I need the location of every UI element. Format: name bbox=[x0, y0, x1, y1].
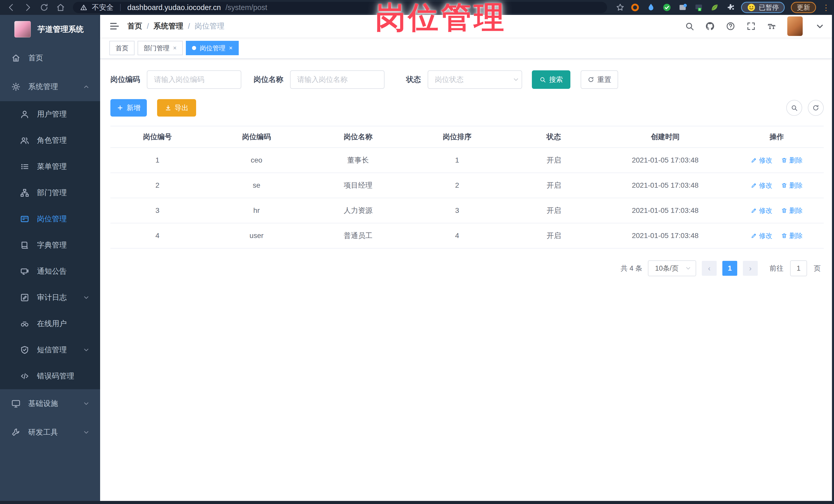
page-tab[interactable]: 部门管理 × bbox=[137, 41, 183, 55]
extension-screen-icon[interactable] bbox=[694, 3, 703, 12]
sidebar-menu-item[interactable]: 错误码管理 bbox=[0, 363, 100, 389]
question-icon[interactable] bbox=[726, 21, 736, 31]
breadcrumb: 首页 / 系统管理 / 岗位管理 bbox=[127, 21, 224, 31]
extension-orange-ring-icon[interactable] bbox=[631, 3, 639, 12]
fullscreen-icon[interactable] bbox=[746, 21, 756, 31]
edit-link[interactable]: 修改 bbox=[751, 231, 772, 240]
cell-post-no: 1 bbox=[110, 156, 204, 164]
sidebar-menu-item[interactable]: 部门管理 bbox=[0, 180, 100, 206]
delete-link[interactable]: 删除 bbox=[781, 231, 803, 240]
browser-chrome: 不安全 dashboard.yudao.iocoder.cn/system/po… bbox=[0, 0, 834, 15]
bookmark-star-icon[interactable] bbox=[616, 3, 624, 12]
sidebar-menu-item[interactable]: 角色管理 bbox=[0, 127, 100, 154]
reset-button[interactable]: 重置 bbox=[580, 70, 618, 89]
table-toolbar: 新增 导出 bbox=[110, 99, 824, 116]
sidebar-item-label: 错误码管理 bbox=[37, 371, 74, 381]
add-button[interactable]: 新增 bbox=[110, 99, 147, 116]
sidebar-menu-item[interactable]: 菜单管理 bbox=[0, 154, 100, 180]
cell-post-sort: 2 bbox=[408, 181, 507, 190]
forward-arrow-icon[interactable] bbox=[23, 3, 32, 12]
edit-link[interactable]: 修改 bbox=[751, 206, 772, 215]
sidebar-item-label: 岗位管理 bbox=[37, 214, 67, 224]
cell-post-code: user bbox=[204, 232, 309, 240]
window-scrollbar-edge[interactable] bbox=[832, 15, 834, 504]
column-header: 创建时间 bbox=[601, 132, 730, 142]
refresh-table-button[interactable] bbox=[808, 100, 824, 116]
extension-leaf-icon[interactable] bbox=[710, 3, 719, 12]
sidebar-menu-item[interactable]: 基础设施 bbox=[0, 389, 100, 418]
update-button[interactable]: 更新 bbox=[791, 2, 816, 13]
delete-link[interactable]: 删除 bbox=[781, 206, 803, 215]
page-tab[interactable]: 岗位管理 × bbox=[186, 41, 239, 55]
sidebar-menu-item[interactable]: 系统管理 bbox=[0, 72, 100, 101]
sidebar-menu-item[interactable]: 在线用户 bbox=[0, 311, 100, 337]
caret-down-icon[interactable] bbox=[815, 21, 825, 31]
page-tab[interactable]: 首页 × bbox=[109, 41, 134, 55]
table-body: 1 ceo 董事长 1 开启 2021-01-05 17:03:48 修改 bbox=[110, 148, 824, 248]
extension-puzzle-icon[interactable] bbox=[726, 3, 735, 12]
close-icon[interactable]: × bbox=[229, 45, 233, 51]
table-row: 2 se 项目经理 2 开启 2021-01-05 17:03:48 修改 bbox=[110, 173, 824, 198]
window-bottom-edge bbox=[0, 501, 834, 504]
github-icon[interactable] bbox=[705, 21, 715, 31]
app-logo-row[interactable]: 芋道管理系统 bbox=[0, 15, 100, 44]
status-select[interactable] bbox=[427, 70, 522, 89]
column-header: 状态 bbox=[507, 132, 601, 142]
shield-icon bbox=[20, 345, 29, 355]
sidebar: 芋道管理系统 首页 系统管理 用户管理 角色管理 bbox=[0, 15, 100, 504]
pencil-icon bbox=[751, 233, 757, 239]
delete-link[interactable]: 删除 bbox=[781, 181, 803, 190]
tree-icon bbox=[20, 188, 29, 197]
home-icon[interactable] bbox=[56, 3, 65, 12]
sidebar-item-label: 系统管理 bbox=[28, 82, 58, 92]
hamburger-icon[interactable] bbox=[109, 21, 119, 31]
search-button[interactable]: 搜索 bbox=[532, 70, 570, 89]
back-arrow-icon[interactable] bbox=[7, 3, 16, 12]
breadcrumb-item[interactable]: 首页 bbox=[127, 21, 142, 31]
goto-page-input[interactable] bbox=[790, 260, 807, 276]
address-bar[interactable]: 不安全 dashboard.yudao.iocoder.cn/system/po… bbox=[73, 2, 607, 13]
binoculars-icon bbox=[20, 319, 29, 328]
extension-green-check-icon[interactable] bbox=[662, 3, 671, 12]
sidebar-menu-item[interactable]: 字典管理 bbox=[0, 232, 100, 258]
sidebar-menu-item[interactable]: 首页 bbox=[0, 44, 100, 72]
post-table: 岗位编号岗位编码岗位名称岗位排序状态创建时间操作 1 ceo 董事长 1 开启 … bbox=[110, 126, 824, 248]
prev-page-button[interactable]: ‹ bbox=[702, 261, 717, 276]
sidebar-menu-item[interactable]: 短信管理 bbox=[0, 337, 100, 363]
export-button[interactable]: 导出 bbox=[157, 99, 196, 116]
chevron-up-icon bbox=[83, 83, 90, 90]
edit-link[interactable]: 修改 bbox=[751, 156, 772, 165]
post-name-input[interactable] bbox=[290, 70, 385, 89]
next-page-button[interactable]: › bbox=[743, 261, 758, 276]
user-avatar[interactable] bbox=[787, 17, 803, 36]
sidebar-menu-item[interactable]: 审计日志 bbox=[0, 284, 100, 311]
breadcrumb-item[interactable]: 岗位管理 bbox=[195, 21, 224, 31]
cell-create-time: 2021-01-05 17:03:48 bbox=[601, 206, 730, 215]
page-size-select[interactable]: 10条/页 bbox=[648, 260, 696, 276]
paused-extension-pill[interactable]: 已暂停 bbox=[741, 2, 785, 13]
cell-create-time: 2021-01-05 17:03:48 bbox=[601, 156, 730, 164]
reload-icon[interactable] bbox=[40, 3, 49, 12]
delete-link[interactable]: 删除 bbox=[781, 156, 803, 165]
search-icon[interactable] bbox=[685, 21, 694, 31]
table-row: 4 user 普通员工 4 开启 2021-01-05 17:03:48 修改 bbox=[110, 223, 824, 248]
breadcrumb-separator: / bbox=[147, 22, 149, 30]
sidebar-item-label: 用户管理 bbox=[37, 109, 67, 119]
users-icon bbox=[20, 136, 29, 145]
app-title: 芋道管理系统 bbox=[38, 24, 84, 35]
breadcrumb-item[interactable]: 系统管理 bbox=[154, 21, 183, 31]
post-code-input[interactable] bbox=[147, 70, 241, 89]
sidebar-menu-item[interactable]: 研发工具 bbox=[0, 418, 100, 447]
extension-grid-icon[interactable] bbox=[678, 3, 687, 12]
extension-blue-drop-icon[interactable] bbox=[646, 3, 655, 12]
sidebar-menu-item[interactable]: 岗位管理 bbox=[0, 206, 100, 232]
font-size-icon[interactable] bbox=[767, 21, 776, 31]
toggle-search-button[interactable] bbox=[786, 100, 802, 116]
sidebar-menu-item[interactable]: 通知公告 bbox=[0, 258, 100, 284]
sidebar-menu-item[interactable]: 用户管理 bbox=[0, 101, 100, 127]
edit-link[interactable]: 修改 bbox=[751, 181, 772, 190]
current-page-button[interactable]: 1 bbox=[722, 261, 737, 276]
browser-menu-icon[interactable]: ⋮ bbox=[822, 3, 827, 12]
badge-icon bbox=[20, 214, 29, 224]
close-icon[interactable]: × bbox=[173, 45, 177, 51]
